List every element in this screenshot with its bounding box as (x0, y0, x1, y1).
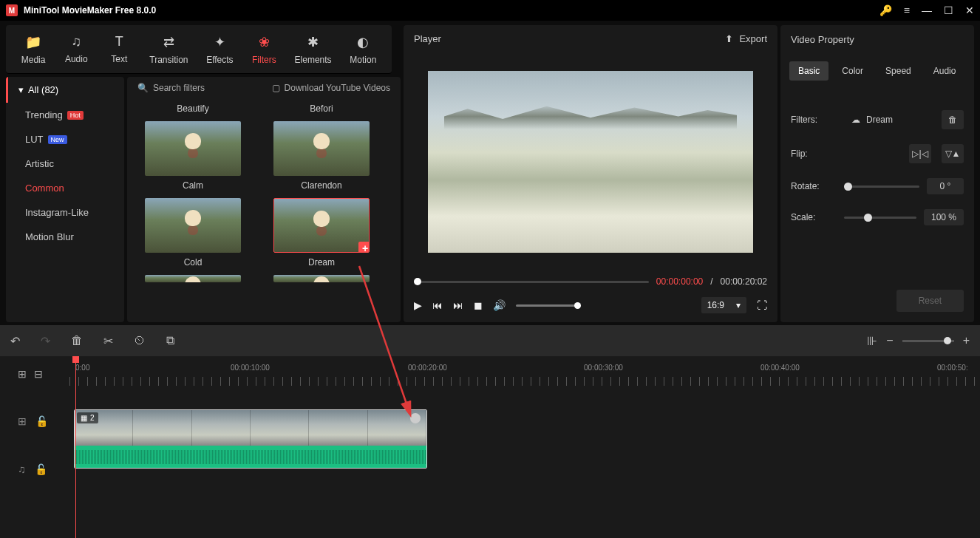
ruler-tick: 00:00:10:00 (231, 364, 270, 372)
zoom-out-icon[interactable]: − (886, 334, 893, 347)
search-filters[interactable]: 🔍Search filters (137, 83, 263, 93)
category-artistic[interactable]: Artistic (6, 151, 124, 176)
clip-badge: ▦2 (77, 412, 98, 423)
tab-effects[interactable]: ✦Effects (200, 30, 240, 69)
reset-button[interactable]: Reset (896, 290, 964, 312)
tab-text[interactable]: TText (101, 30, 137, 69)
play-icon[interactable]: ▶ (414, 299, 422, 311)
tab-audio[interactable]: ♫Audio (58, 30, 95, 69)
rotate-slider[interactable] (844, 185, 919, 188)
scale-value[interactable]: 100 % (924, 209, 964, 225)
lock-icon[interactable]: 🔓 (35, 415, 48, 427)
video-clip[interactable]: ▦2 (74, 409, 427, 469)
filter-calm[interactable]: Calm (137, 118, 248, 191)
scale-slider[interactable] (844, 217, 916, 219)
tab-elements[interactable]: ✱Elements (288, 30, 337, 69)
remove-track-icon[interactable]: ⊟ (34, 368, 43, 380)
playhead[interactable] (75, 356, 76, 538)
add-filter-icon[interactable]: + (358, 242, 370, 253)
ruler-tick: 00:00:50: (937, 364, 968, 372)
app-logo-icon: M (6, 4, 18, 16)
timeline: ⊞ ⊟ ⊞ 🔓 ♫ 🔓 0:00 00:00:10:00 00:00:20:00… (0, 356, 980, 538)
ruler-tick: 00:00:20:00 (408, 364, 447, 372)
category-common[interactable]: Common (6, 176, 124, 200)
tab-motion[interactable]: ◐Motion (344, 30, 383, 69)
category-all[interactable]: ▾ All (82) (6, 77, 124, 103)
add-track-icon[interactable]: ⊞ (18, 368, 27, 380)
next-frame-icon[interactable]: ⏭ (453, 299, 463, 311)
film-icon: ▦ (81, 414, 87, 422)
title-bar: M MiniTool MovieMaker Free 8.0.0 🔑 ≡ — ☐… (0, 0, 980, 21)
tab-filters[interactable]: ❀Filters (245, 30, 282, 69)
tab-media[interactable]: 📁Media (15, 30, 52, 69)
undo-icon[interactable]: ↶ (10, 334, 20, 348)
minimize-icon[interactable]: — (922, 4, 932, 16)
delete-filter-button[interactable]: 🗑 (942, 110, 964, 129)
video-icon: ▢ (272, 83, 280, 93)
flip-vertical-button[interactable]: ▽▲ (942, 144, 964, 163)
timeline-toolbar: ↶ ↷ 🗑 ✂ ⏲ ⧉ ⊪ − + (0, 325, 980, 356)
ruler-tick: 0:00 (75, 364, 89, 372)
lock-icon[interactable]: 🔓 (35, 463, 47, 475)
tab-transition[interactable]: ⇄Transition (143, 30, 194, 69)
filter-cold[interactable]: Cold (137, 195, 248, 268)
chevron-down-icon: ▾ (18, 84, 24, 95)
category-motion-blur[interactable]: Motion Blur (6, 225, 124, 249)
flip-label: Flip: (791, 149, 837, 159)
filters-icon: ❀ (259, 34, 270, 50)
fit-icon[interactable]: ⊪ (867, 334, 877, 348)
rotate-value[interactable]: 0 ° (927, 178, 964, 194)
key-icon[interactable]: 🔑 (879, 4, 892, 16)
close-icon[interactable]: ✕ (965, 4, 974, 16)
speed-icon[interactable]: ⏲ (134, 334, 146, 347)
flip-horizontal-button[interactable]: ▷|◁ (909, 144, 931, 163)
export-button[interactable]: ⬆Export (725, 33, 767, 44)
filter-beautify[interactable]: Beautify (137, 103, 248, 114)
category-lut[interactable]: LUTNew (6, 127, 124, 151)
scrub-bar[interactable] (414, 281, 649, 283)
chevron-down-icon: ▾ (736, 300, 741, 310)
aspect-select[interactable]: 16:9▾ (701, 297, 746, 313)
delete-icon[interactable]: 🗑 (71, 334, 83, 347)
menu-icon[interactable]: ≡ (904, 4, 910, 16)
category-trending[interactable]: TrendingHot (6, 103, 124, 127)
ruler-tick: 00:00:30:00 (584, 364, 623, 372)
prev-frame-icon[interactable]: ⏮ (432, 299, 443, 311)
maximize-icon[interactable]: ☐ (944, 4, 953, 16)
split-icon[interactable]: ✂ (103, 334, 113, 348)
prop-tab-basic[interactable]: Basic (789, 61, 828, 81)
ruler-tick: 00:00:40:00 (760, 364, 800, 372)
filters-label: Filters: (791, 115, 837, 125)
volume-slider[interactable] (516, 304, 581, 307)
export-icon: ⬆ (725, 33, 733, 44)
zoom-in-icon[interactable]: + (963, 334, 970, 347)
prop-tab-speed[interactable]: Speed (877, 61, 920, 81)
folder-icon: 📁 (25, 34, 41, 50)
preview-area (404, 52, 777, 272)
filter-partial-1[interactable] (137, 272, 248, 287)
top-nav: 📁Media ♫Audio TText ⇄Transition ✦Effects… (6, 25, 392, 74)
filter-dream[interactable]: +Dream (266, 195, 377, 268)
prop-tab-audio[interactable]: Audio (925, 61, 965, 81)
stop-icon[interactable]: ◼ (474, 299, 483, 311)
preview-image (428, 71, 753, 253)
timeline-body[interactable]: 0:00 00:00:10:00 00:00:20:00 00:00:30:00… (69, 356, 980, 538)
hot-badge: Hot (67, 111, 84, 120)
filter-panel: 🔍Search filters ▢Download YouTube Videos… (127, 77, 401, 322)
download-youtube[interactable]: ▢Download YouTube Videos (272, 83, 390, 93)
time-current: 00:00:00:00 (656, 276, 703, 287)
timeline-ruler[interactable]: 0:00 00:00:10:00 00:00:20:00 00:00:30:00… (69, 356, 980, 392)
fullscreen-icon[interactable]: ⛶ (757, 299, 767, 311)
zoom-slider[interactable] (902, 340, 954, 342)
filter-clarendon[interactable]: Clarendon (266, 118, 377, 191)
volume-icon[interactable]: 🔊 (493, 299, 506, 311)
filter-befori[interactable]: Befori (266, 103, 377, 114)
prop-tab-color[interactable]: Color (833, 61, 872, 81)
redo-icon[interactable]: ↷ (41, 334, 50, 348)
crop-icon[interactable]: ⧉ (166, 334, 174, 347)
filter-partial-2[interactable] (266, 272, 377, 287)
motion-icon: ◐ (357, 34, 369, 50)
category-instagram[interactable]: Instagram-Like (6, 200, 124, 225)
trash-icon: 🗑 (948, 115, 957, 125)
player-title: Player (414, 33, 441, 44)
